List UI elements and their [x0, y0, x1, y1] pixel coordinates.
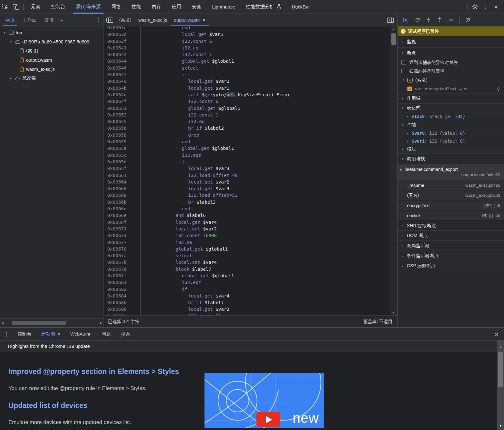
tree-item-d3f99f7a-8a69-4590-9867-5d809[interactable]: ▾d3f99f7a-8a69-4590-9867-5d809: [0, 37, 104, 46]
scrollbar-thumb[interactable]: [498, 352, 503, 387]
code-line[interactable]: 0x0067dblock $label7: [104, 266, 390, 273]
drawer-more-icon[interactable]: ⋮: [0, 328, 13, 340]
scroll-up-icon[interactable]: ▲: [497, 345, 504, 348]
toggle-navigator-icon[interactable]: [104, 14, 116, 26]
drawer-tab-WebAuthn[interactable]: WebAuthn: [65, 328, 96, 340]
pause-option[interactable]: 遇到未捕获的异常时暂停: [398, 58, 504, 67]
code-line[interactable]: 0x0065dif: [104, 159, 390, 165]
code-line[interactable]: 0x0063dlocal.get $var5: [104, 31, 390, 38]
code-line[interactable]: 0x00668i32.load offset=52: [104, 192, 390, 199]
breakpoints-section[interactable]: ▾ 断点: [398, 48, 504, 58]
drawer-tab-问题[interactable]: 问题: [97, 328, 116, 340]
tree-item-output.wasm[interactable]: output.wasm: [0, 55, 104, 65]
code-line[interactable]: 0x00681i32.eqz: [104, 279, 390, 286]
tree-item-(索引)[interactable]: (索引): [0, 46, 104, 55]
drawer-tab-搜索[interactable]: 搜索: [116, 328, 135, 340]
close-devtools-icon[interactable]: ×: [491, 3, 501, 10]
code-line[interactable]: 0x0064fi32.const 6: [104, 98, 390, 105]
step-out-icon[interactable]: [437, 17, 442, 23]
breakpoint-entry[interactable]: ✓ var encryptedText = w… 9: [398, 85, 504, 93]
code-line[interactable]: 0x0065flocal.get $var3: [104, 165, 390, 172]
scrollbar-thumb[interactable]: [391, 33, 396, 45]
main-tab-性能数据分析[interactable]: 性能数据分析: [241, 0, 287, 14]
scope-variable[interactable]: ▸$var1:i32 {value: 0}: [398, 137, 504, 145]
code-line[interactable]: 0x0067fglobal.get $global1: [104, 273, 390, 279]
step-over-icon[interactable]: [414, 17, 420, 23]
scope-group-表达式[interactable]: ▾表达式: [398, 104, 504, 112]
drawer-tab-新功能[interactable]: 新功能×: [36, 328, 65, 340]
code-line[interactable]: 0x0066flocal.get $var4: [104, 219, 390, 226]
section-XHR/提取断点[interactable]: ▸XHR/提取断点: [398, 221, 504, 231]
editor-vertical-scrollbar[interactable]: ▲ ▼: [390, 26, 397, 315]
tab-overflow-icon[interactable]: »: [58, 14, 66, 26]
code-line[interactable]: 0x00661i32.load offset=48: [104, 172, 390, 179]
device-toolbar-icon[interactable]: [11, 0, 21, 14]
main-tab-Lighthouse[interactable]: Lighthouse: [207, 0, 240, 14]
code-line[interactable]: 0x00677i32.ne: [104, 239, 390, 246]
navigator-more-icon[interactable]: ⋮: [93, 14, 104, 26]
code-line[interactable]: 0x0064blocal.get $var1: [104, 85, 390, 92]
code-line[interactable]: 0x00673i32.const 76908: [104, 232, 390, 239]
main-tab-内存[interactable]: 内存: [146, 0, 166, 14]
pause-option[interactable]: 在遇到异常时暂停: [398, 67, 504, 75]
code-line[interactable]: 0x00644global.get $global1: [104, 58, 390, 65]
code-line[interactable]: 0x00682if: [104, 286, 390, 293]
navigator-tab-替换[interactable]: 替换: [41, 14, 58, 26]
stack-frame[interactable]: (匿名)wasm_exec.js:503: [398, 190, 504, 201]
code-line[interactable]: 0x00641i32.eq: [104, 45, 390, 51]
code-line[interactable]: 0x00649local.get $var2: [104, 78, 390, 85]
close-drawer-icon[interactable]: ×: [489, 328, 504, 340]
main-tab-网络[interactable]: 网络: [106, 0, 126, 14]
breakpoint-checkbox[interactable]: ✓: [407, 87, 412, 91]
code-line[interactable]: 0x00671local.get $var2: [104, 226, 390, 232]
scroll-down-icon[interactable]: ▼: [497, 424, 504, 427]
code-line[interactable]: 0x0067blocal.set $var4: [104, 259, 390, 266]
code-line[interactable]: 0x0063cend: [104, 26, 390, 31]
youtube-play-icon[interactable]: [256, 412, 280, 427]
tree-item-篡改猴[interactable]: ▸篡改猴: [0, 74, 104, 83]
deactivate-breakpoints-icon[interactable]: [465, 17, 471, 23]
code-line[interactable]: 0x0064dcall $(crypto/aes.KeySizeError).E…: [104, 92, 390, 98]
stack-frame-active[interactable]: ▶$resume.command_exportoutput.wasm:0xbc7…: [398, 164, 504, 180]
code-line[interactable]: 0x00664local.set $var2: [104, 179, 390, 185]
section-DOM 断点[interactable]: ▸DOM 断点: [398, 231, 504, 241]
toggle-debugger-sidebar-icon[interactable]: [384, 14, 397, 26]
main-tab-安全[interactable]: 安全: [187, 0, 207, 14]
code-line[interactable]: 0x00656br_if $label2: [104, 125, 390, 132]
scroll-up-icon[interactable]: ▲: [390, 28, 397, 31]
navigator-tab-工作区[interactable]: 工作区: [19, 14, 41, 26]
drawer-vertical-scrollbar[interactable]: ▲ ▼: [497, 340, 504, 430]
code-line[interactable]: 0x00647if: [104, 71, 390, 78]
code-line[interactable]: 0x0066dend: [104, 206, 390, 212]
resume-script-icon[interactable]: [402, 17, 409, 23]
section-CSP 违规断点[interactable]: ▸CSP 违规断点: [398, 261, 504, 271]
navigator-tab-网页[interactable]: 网页: [1, 14, 19, 26]
step-into-icon[interactable]: [426, 17, 431, 23]
code-line[interactable]: 0x0065ci32.eqz: [104, 152, 390, 159]
video-thumbnail[interactable]: new: [204, 373, 324, 428]
code-line[interactable]: 0x00686br_if $label7: [104, 299, 390, 306]
close-tab-icon[interactable]: ×: [202, 17, 205, 23]
stack-frame[interactable]: encryptText(索引) :9: [398, 201, 504, 211]
code-line[interactable]: 0x00658drop: [104, 132, 390, 139]
more-options-icon[interactable]: ⋮: [480, 3, 491, 10]
code-line[interactable]: 0x00651global.get $global1: [104, 105, 390, 112]
editor-tab-wasm_exec.js[interactable]: wasm_exec.js: [135, 14, 171, 26]
scrollbar-thumb[interactable]: [12, 321, 66, 325]
navigator-horizontal-scrollbar[interactable]: ◀ ▶: [0, 318, 104, 327]
code-line[interactable]: 0x0063fi32.const 6: [104, 38, 390, 45]
settings-gear-icon[interactable]: [469, 3, 480, 10]
scope-variable[interactable]: ▸$var0:i32 {value: 0}: [398, 129, 504, 137]
step-icon[interactable]: [448, 17, 454, 23]
editor-tab-(索引)[interactable]: (索引): [116, 14, 135, 26]
code-line[interactable]: 0x00659end: [104, 139, 390, 145]
code-line[interactable]: 0x00684local.get $var4: [104, 293, 390, 299]
code-line[interactable]: 0x0067aselect: [104, 252, 390, 259]
scope-variable[interactable]: ▸stack:Stack {0: i32}: [398, 112, 504, 120]
main-tab-性能[interactable]: 性能: [126, 0, 146, 14]
main-tab-源代码/来源[interactable]: 源代码/来源: [70, 0, 106, 14]
code-line[interactable]: 0x00653i32.const 1: [104, 112, 390, 118]
inspect-element-icon[interactable]: [0, 0, 11, 14]
code-line[interactable]: 0x0066bbr $label3: [104, 199, 390, 206]
code-line[interactable]: 0x00655i32.eq: [104, 118, 390, 125]
